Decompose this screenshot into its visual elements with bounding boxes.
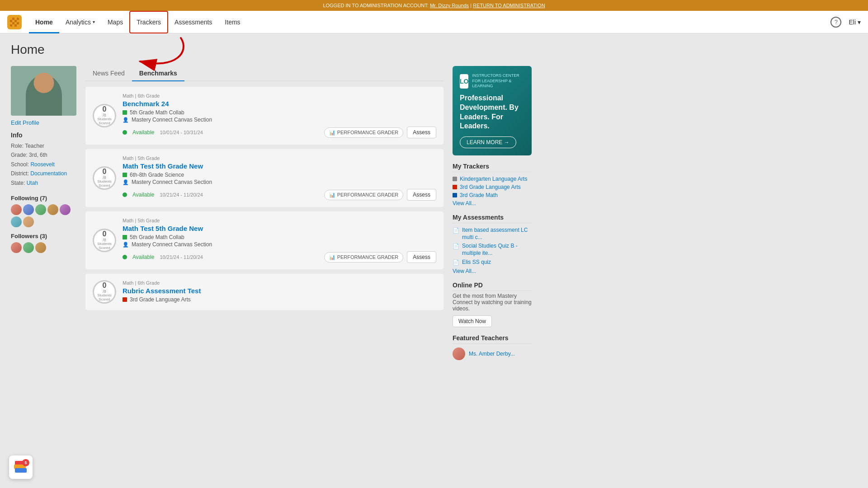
my-assessments-section: My Assessments 📄 Item based assessment L…	[453, 214, 532, 274]
followers-avatars	[11, 242, 76, 253]
my-assessment-item-3[interactable]: 📄 Elis SS quiz	[453, 259, 532, 267]
card-title-3[interactable]: Math Test 5th Grade New	[123, 225, 436, 232]
follower-avatar-2[interactable]	[23, 242, 34, 253]
following-avatar-2[interactable]	[23, 204, 34, 215]
my-assessments-view-all[interactable]: View All...	[453, 268, 532, 274]
card-title-1[interactable]: Benchmark 24	[123, 100, 436, 108]
nav-analytics[interactable]: Analytics ▾	[59, 11, 101, 33]
nav-trackers[interactable]: Trackers	[129, 11, 168, 33]
return-to-admin-link[interactable]: RETURN TO ADMINISTRATION	[473, 3, 545, 8]
card-actions-2: 📊 PERFORMANCE GRADER Assess	[324, 189, 436, 201]
page-title: Home	[11, 42, 532, 57]
card-section-row-3: 👤 Mastery Connect Canvas Section	[123, 241, 436, 248]
admin-bar-text: LOGGED IN TO ADMINISTRATION ACCOUNT:	[323, 3, 428, 8]
tracker-item-2[interactable]: 3rd Grade Language Arts	[453, 184, 532, 190]
following-avatar-6[interactable]	[11, 216, 22, 227]
assess-btn-1[interactable]: Assess	[407, 127, 436, 138]
following-avatar-1[interactable]	[11, 204, 22, 215]
score-circle-3: 0 /8 Students Scored	[93, 229, 116, 252]
tab-newsfeed[interactable]: News Feed	[85, 66, 132, 80]
ad-banner: LO INSTRUCTORS CENTER FOR LEADERSHIP & L…	[453, 66, 532, 155]
assessment-icon-1: 📄	[453, 227, 459, 235]
assess-btn-3[interactable]: Assess	[407, 251, 436, 263]
help-button[interactable]: ?	[830, 17, 841, 28]
section-icon-2: 👤	[123, 179, 129, 185]
assessment-card-3: 0 /8 Students Scored Math | 5th Grade Ma…	[85, 211, 443, 269]
following-avatar-5[interactable]	[60, 204, 71, 215]
tracker-dot-1	[453, 177, 457, 181]
status-text-1: Available	[132, 129, 154, 136]
ad-learn-more-button[interactable]: LEARN MORE →	[460, 136, 516, 148]
my-assessments-title: My Assessments	[453, 214, 532, 223]
card-actions-3: 📊 PERFORMANCE GRADER Assess	[324, 251, 436, 263]
date-range-1: 10/01/24 - 10/31/24	[160, 130, 203, 135]
score-number-1: 0	[103, 106, 107, 113]
card-class-row-4: 3rd Grade Language Arts	[123, 296, 436, 303]
featured-teacher-1[interactable]: Ms. Amber Derby...	[453, 347, 532, 360]
date-range-3: 10/21/24 - 11/20/24	[160, 254, 203, 260]
card-meta-3: Math | 5th Grade	[123, 218, 436, 223]
my-assessment-item-2[interactable]: 📄 Social Studies Quiz B - multiple ite..…	[453, 243, 532, 257]
watch-now-button[interactable]: Watch Now	[453, 315, 492, 327]
grader-icon-2: 📊	[329, 192, 335, 198]
score-label-4: Students Scored	[94, 294, 115, 302]
user-dropdown-arrow: ▾	[858, 19, 861, 26]
card-footer-3: Available 10/21/24 - 11/20/24 📊 PERFORMA…	[123, 251, 436, 263]
tab-benchmarks[interactable]: Benchmarks	[132, 66, 184, 80]
nav-items: Home Analytics ▾ Maps Trackers Assessmen…	[29, 11, 830, 33]
follower-avatar-1[interactable]	[11, 242, 22, 253]
followers-title: Followers (3)	[11, 233, 76, 239]
main-content: Home Edit Profile Info Role: Teacher Gra…	[0, 33, 542, 376]
card-title-4[interactable]: Rubric Assessment Test	[123, 287, 436, 295]
score-label-3: Students Scored	[94, 242, 115, 250]
card-content-2: Math | 5th Grade Math Test 5th Grade New…	[123, 155, 436, 201]
ad-headline: Professional Development. By Leaders. Fo…	[460, 94, 524, 131]
tracker-item-3[interactable]: 3rd Grade Math	[453, 192, 532, 198]
card-class-row-3: 5th Grade Math Collab	[123, 234, 436, 240]
navbar: Home Analytics ▾ Maps Trackers Assessmen…	[0, 11, 868, 33]
info-title: Info	[11, 131, 76, 139]
grader-btn-1[interactable]: 📊 PERFORMANCE GRADER	[324, 127, 404, 138]
score-circle-1: 0 /8 Students Scored	[93, 104, 116, 127]
tracker-dot-2	[453, 185, 457, 189]
class-bar-1	[123, 110, 127, 115]
profile-role-row: Role: Teacher	[11, 141, 76, 150]
edit-profile-link[interactable]: Edit Profile	[11, 119, 76, 126]
my-trackers-view-all[interactable]: View All...	[453, 200, 532, 206]
following-section: Following (7)	[11, 195, 76, 227]
admin-username[interactable]: Mr. Dizzy Rounds	[430, 3, 469, 8]
following-title: Following (7)	[11, 195, 76, 202]
tracker-item-1[interactable]: Kindergarten Language Arts	[453, 176, 532, 182]
my-assessment-item-1[interactable]: 📄 Item based assessment LC multi c...	[453, 227, 532, 241]
date-range-2: 10/21/24 - 11/20/24	[160, 192, 203, 197]
card-title-2[interactable]: Math Test 5th Grade New	[123, 162, 436, 170]
featured-teachers-title: Featured Teachers	[453, 334, 532, 344]
grader-btn-2[interactable]: 📊 PERFORMANCE GRADER	[324, 190, 404, 200]
online-pd-title: Online PD	[453, 282, 532, 291]
grader-btn-3[interactable]: 📊 PERFORMANCE GRADER	[324, 252, 404, 263]
featured-teacher-avatar-1	[453, 347, 465, 360]
following-avatars	[11, 204, 76, 227]
online-pd-section: Online PD Get the most from Mastery Conn…	[453, 282, 532, 327]
following-avatar-3[interactable]	[35, 204, 46, 215]
nav-maps[interactable]: Maps	[101, 11, 129, 33]
following-avatar-7[interactable]	[23, 216, 34, 227]
ad-logo-icon: LO	[460, 74, 468, 89]
info-section: Info Role: Teacher Grade: 3rd, 6th Schoo…	[11, 131, 76, 188]
user-menu[interactable]: Eli ▾	[849, 19, 861, 26]
assess-btn-2[interactable]: Assess	[407, 189, 436, 201]
card-class-row-2: 6th-8th Grade Science	[123, 172, 436, 178]
score-number-3: 0	[103, 230, 107, 238]
status-dot-3	[123, 255, 127, 259]
card-actions-1: 📊 PERFORMANCE GRADER Assess	[324, 127, 436, 138]
app-logo[interactable]	[7, 15, 22, 29]
nav-home[interactable]: Home	[29, 11, 59, 33]
following-avatar-4[interactable]	[47, 204, 58, 215]
nav-assessments[interactable]: Assessments	[168, 11, 218, 33]
section-icon-3: 👤	[123, 242, 129, 248]
nav-items-menu[interactable]: Items	[218, 11, 246, 33]
card-meta-4: Math | 6th Grade	[123, 280, 436, 286]
tabs: News Feed Benchmarks	[85, 66, 443, 81]
follower-avatar-3[interactable]	[35, 242, 46, 253]
assessment-card-2: 0 /8 Students Scored Math | 5th Grade Ma…	[85, 149, 443, 207]
